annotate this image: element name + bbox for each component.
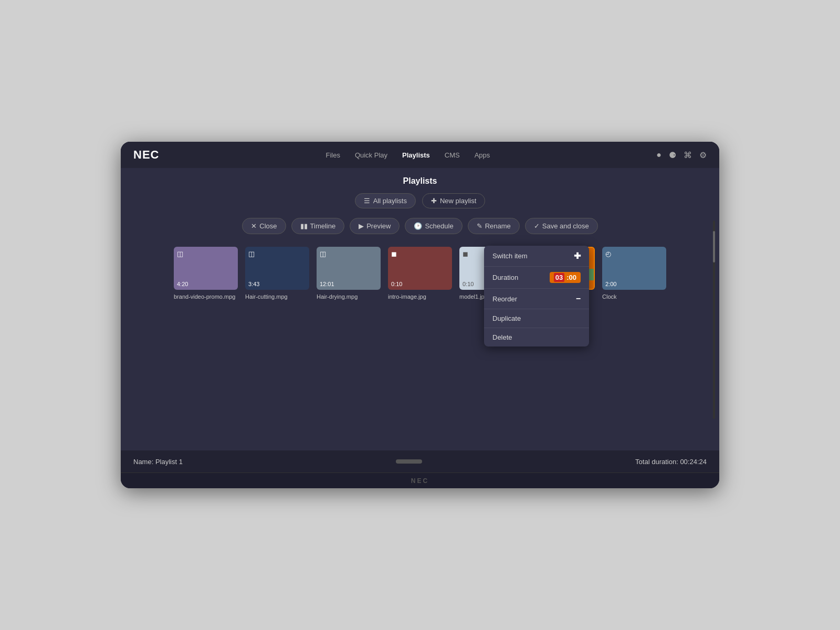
ctx-reorder-label: Reorder bbox=[492, 295, 517, 303]
close-button[interactable]: ✕ Close bbox=[242, 218, 286, 234]
tv-brand: NEC bbox=[411, 477, 429, 485]
total-duration: Total duration: 00:24:24 bbox=[635, 458, 707, 466]
media-label-hair-cutting: Hair-cutting.mpg bbox=[245, 293, 288, 300]
video-icon-3: ◫ bbox=[320, 250, 326, 258]
user-icon[interactable]: ● bbox=[656, 150, 662, 160]
ctx-duplicate[interactable]: Duplicate bbox=[484, 309, 589, 328]
main-content: Playlists ☰ All playlists ✚ New playlist… bbox=[121, 168, 719, 450]
media-row: ◫ 4:20 brand-video-promo.mpg ◫ 3:43 Hair… bbox=[131, 247, 709, 300]
ctx-duration[interactable]: Duration 03 :00 bbox=[484, 267, 589, 289]
plus-icon: ✚ bbox=[431, 197, 437, 205]
context-menu: Switch item ✚ Duration 03 :00 Reorder − bbox=[484, 246, 589, 346]
media-thumb-brand-video: ◫ 4:20 bbox=[174, 247, 238, 290]
bottom-bar: Name: Playlist 1 Total duration: 00:24:2… bbox=[121, 450, 719, 472]
ctx-duplicate-label: Duplicate bbox=[492, 314, 521, 322]
ctx-delete-label: Delete bbox=[492, 333, 512, 341]
ctx-duration-value[interactable]: 03 :00 bbox=[550, 272, 581, 283]
schedule-icon: 🕑 bbox=[414, 222, 422, 230]
media-card-hair-drying[interactable]: ◫ 12:01 Hair-drying.mpg bbox=[317, 247, 381, 300]
media-card-brand-video[interactable]: ◫ 4:20 brand-video-promo.mpg bbox=[174, 247, 238, 300]
duration-colon: :00 bbox=[566, 274, 576, 281]
tv-monitor: NEC Files Quick Play Playlists CMS Apps … bbox=[121, 142, 719, 488]
tv-screen: NEC Files Quick Play Playlists CMS Apps … bbox=[121, 142, 719, 472]
top-nav: NEC Files Quick Play Playlists CMS Apps … bbox=[121, 142, 719, 168]
rename-button[interactable]: ✎ Rename bbox=[468, 218, 520, 234]
nav-files[interactable]: Files bbox=[326, 151, 340, 159]
ctx-switch-icon: ✚ bbox=[574, 251, 581, 261]
save-icon: ✓ bbox=[534, 222, 540, 230]
all-playlists-button[interactable]: ☰ All playlists bbox=[355, 193, 416, 208]
ctx-switch-label: Switch item bbox=[492, 252, 527, 260]
list-icon: ☰ bbox=[364, 197, 370, 205]
globe-icon[interactable]: ⚈ bbox=[669, 150, 676, 160]
nav-apps[interactable]: Apps bbox=[475, 151, 490, 159]
scrollbar-track[interactable] bbox=[713, 220, 715, 419]
ctx-reorder-icon: − bbox=[576, 294, 581, 303]
scroll-indicator bbox=[396, 459, 422, 464]
schedule-button[interactable]: 🕑 Schedule bbox=[405, 218, 462, 234]
image-icon: ◼ bbox=[391, 250, 397, 258]
video-icon-2: ◫ bbox=[248, 250, 255, 258]
media-thumb-hair-cutting: ◫ 3:43 bbox=[245, 247, 309, 290]
top-buttons: ☰ All playlists ✚ New playlist bbox=[355, 193, 486, 208]
clock-icon: ◴ bbox=[605, 250, 611, 258]
media-label-model1: model1.jpg bbox=[459, 293, 488, 300]
new-playlist-button[interactable]: ✚ New playlist bbox=[422, 193, 485, 208]
ctx-switch-item[interactable]: Switch item ✚ bbox=[484, 246, 589, 267]
media-card-intro-image[interactable]: ◼ 0:10 intro-image.jpg bbox=[388, 247, 452, 300]
media-thumb-hair-drying: ◫ 12:01 bbox=[317, 247, 381, 290]
save-and-close-button[interactable]: ✓ Save and close bbox=[525, 218, 598, 234]
duration-highlight: 03 bbox=[554, 273, 564, 282]
ctx-reorder[interactable]: Reorder − bbox=[484, 289, 589, 309]
nav-icons: ● ⚈ ⌘ ⚙ bbox=[656, 150, 707, 160]
media-card-clock[interactable]: ◴ 2:00 Clock bbox=[602, 247, 666, 300]
media-label-clock: Clock bbox=[602, 293, 617, 300]
scrollbar-thumb[interactable] bbox=[713, 231, 715, 262]
media-thumb-clock: ◴ 2:00 bbox=[602, 247, 666, 290]
page-title: Playlists bbox=[403, 176, 437, 186]
media-thumb-intro-image: ◼ 0:10 bbox=[388, 247, 452, 290]
playlist-name: Name: Playlist 1 bbox=[133, 458, 183, 466]
action-bar: ✕ Close ▮▮ Timeline ▶ Preview 🕑 Schedule… bbox=[242, 218, 597, 234]
nav-links: Files Quick Play Playlists CMS Apps bbox=[326, 151, 490, 159]
media-card-hair-cutting[interactable]: ◫ 3:43 Hair-cutting.mpg bbox=[245, 247, 309, 300]
preview-button[interactable]: ▶ Preview bbox=[350, 218, 400, 234]
logo: NEC bbox=[133, 148, 159, 162]
image-icon-2: ◼ bbox=[463, 250, 468, 258]
play-icon: ▶ bbox=[359, 222, 364, 230]
nav-cms[interactable]: CMS bbox=[445, 151, 460, 159]
timeline-icon: ▮▮ bbox=[300, 222, 308, 230]
ctx-delete[interactable]: Delete bbox=[484, 328, 589, 346]
close-icon: ✕ bbox=[251, 222, 257, 230]
settings-icon[interactable]: ⚙ bbox=[699, 150, 707, 160]
timeline-button[interactable]: ▮▮ Timeline bbox=[291, 218, 345, 234]
ctx-duration-label: Duration bbox=[492, 274, 518, 281]
media-label-brand-video: brand-video-promo.mpg bbox=[174, 293, 235, 300]
media-label-intro-image: intro-image.jpg bbox=[388, 293, 426, 300]
video-icon: ◫ bbox=[177, 250, 183, 258]
rename-icon: ✎ bbox=[477, 222, 482, 230]
wifi-icon[interactable]: ⌘ bbox=[684, 150, 692, 160]
media-label-hair-drying: Hair-drying.mpg bbox=[317, 293, 358, 300]
nav-quickplay[interactable]: Quick Play bbox=[355, 151, 387, 159]
tv-bezel-bottom: NEC bbox=[121, 472, 719, 488]
nav-playlists[interactable]: Playlists bbox=[402, 151, 430, 159]
